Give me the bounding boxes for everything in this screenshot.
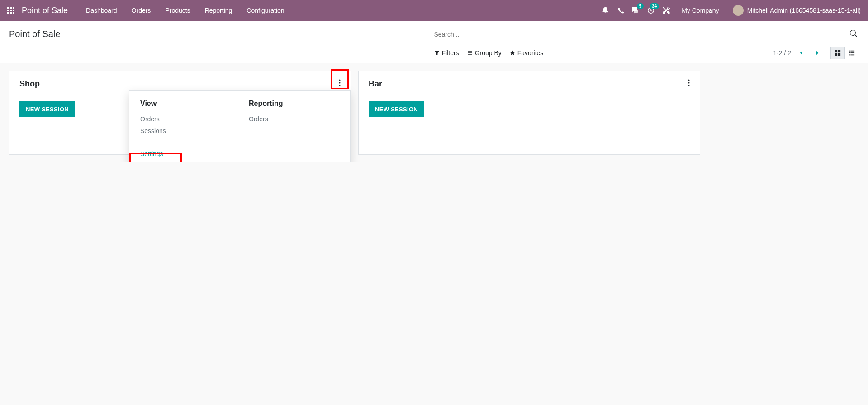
- favorites-label: Favorites: [517, 49, 544, 57]
- popover-reporting-col: Reporting Orders: [249, 100, 339, 137]
- svg-rect-18: [850, 55, 854, 56]
- control-panel: Point of Sale Filters Group By: [0, 21, 868, 63]
- pager-value[interactable]: 1-2 / 2: [773, 49, 791, 57]
- app-brand[interactable]: Point of Sale: [22, 6, 68, 15]
- company-name[interactable]: My Company: [682, 7, 719, 14]
- svg-point-24: [688, 85, 689, 86]
- main-navbar: Point of Sale Dashboard Orders Products …: [0, 0, 868, 21]
- kanban-view: Shop NEW SESSION View Orders Sessions Re…: [0, 63, 868, 162]
- svg-rect-12: [838, 53, 840, 56]
- groupby-label: Group By: [475, 49, 502, 57]
- popover-reporting-header: Reporting: [249, 100, 339, 108]
- popover-view-col: View Orders Sessions: [140, 100, 231, 137]
- nav-links: Dashboard Orders Products Reporting Conf…: [79, 7, 292, 14]
- card-menu-icon[interactable]: [684, 77, 693, 90]
- apps-icon[interactable]: [7, 7, 14, 14]
- list-view-button[interactable]: [844, 47, 859, 59]
- activities-icon[interactable]: 34: [647, 7, 655, 14]
- popover-view-header: View: [140, 100, 231, 108]
- svg-point-19: [339, 79, 340, 81]
- activities-badge: 34: [650, 3, 659, 9]
- search-input[interactable]: [434, 28, 849, 41]
- svg-rect-6: [7, 12, 9, 14]
- filters-button[interactable]: Filters: [434, 48, 459, 58]
- messaging-icon[interactable]: 5: [632, 7, 639, 14]
- svg-point-20: [339, 82, 340, 83]
- pager-next-icon[interactable]: [811, 48, 824, 58]
- svg-rect-3: [7, 10, 9, 11]
- svg-rect-0: [7, 7, 9, 9]
- popover-view-sessions[interactable]: Sessions: [140, 125, 231, 137]
- nav-reporting[interactable]: Reporting: [198, 7, 240, 14]
- svg-rect-1: [10, 7, 12, 9]
- pager: 1-2 / 2: [773, 48, 824, 58]
- card-popover: View Orders Sessions Reporting Orders Se…: [129, 90, 351, 162]
- svg-rect-15: [849, 52, 850, 53]
- popover-reporting-orders[interactable]: Orders: [249, 113, 339, 125]
- kanban-card-shop: Shop NEW SESSION View Orders Sessions Re…: [9, 71, 351, 155]
- pager-prev-icon[interactable]: [795, 48, 807, 58]
- nav-dashboard[interactable]: Dashboard: [79, 7, 124, 14]
- svg-rect-10: [838, 50, 840, 52]
- kanban-card-bar: Bar NEW SESSION: [358, 71, 700, 155]
- popover-settings[interactable]: Settings: [140, 150, 163, 157]
- svg-rect-2: [13, 7, 14, 9]
- card-title: Bar: [369, 79, 690, 89]
- page-title: Point of Sale: [9, 26, 434, 39]
- avatar: [733, 5, 744, 16]
- svg-point-21: [339, 85, 340, 86]
- svg-rect-17: [849, 55, 850, 56]
- nav-orders[interactable]: Orders: [124, 7, 158, 14]
- card-menu-icon[interactable]: [335, 77, 344, 90]
- svg-rect-8: [13, 12, 14, 14]
- svg-rect-14: [850, 51, 854, 52]
- phone-icon[interactable]: [617, 7, 624, 14]
- svg-rect-5: [13, 10, 14, 11]
- favorites-button[interactable]: Favorites: [510, 48, 544, 58]
- svg-rect-9: [835, 50, 837, 52]
- search-options: Filters Group By Favorites: [434, 48, 544, 58]
- systray: 5 34 My Company Mitchell Admin (16654581…: [602, 5, 861, 16]
- search-bar: [434, 26, 859, 43]
- tools-icon[interactable]: [663, 7, 670, 14]
- nav-configuration[interactable]: Configuration: [239, 7, 291, 14]
- user-name: Mitchell Admin (16654581-saas-15-1-all): [747, 7, 861, 14]
- messaging-badge: 5: [637, 3, 644, 9]
- svg-rect-11: [835, 53, 837, 56]
- view-switcher: [831, 47, 859, 59]
- filters-label: Filters: [442, 49, 459, 57]
- search-icon[interactable]: [848, 28, 859, 41]
- card-title: Shop: [19, 79, 341, 89]
- user-menu[interactable]: Mitchell Admin (16654581-saas-15-1-all): [733, 5, 861, 16]
- groupby-button[interactable]: Group By: [467, 48, 502, 58]
- debug-icon[interactable]: [602, 7, 609, 14]
- new-session-button[interactable]: NEW SESSION: [369, 101, 424, 117]
- nav-products[interactable]: Products: [158, 7, 197, 14]
- new-session-button[interactable]: NEW SESSION: [19, 101, 75, 117]
- svg-point-23: [688, 82, 689, 83]
- svg-point-22: [688, 79, 689, 81]
- svg-rect-13: [849, 51, 850, 52]
- svg-rect-16: [850, 52, 854, 53]
- svg-rect-4: [10, 10, 12, 11]
- svg-rect-7: [10, 12, 12, 14]
- kanban-view-button[interactable]: [830, 47, 845, 59]
- popover-view-orders[interactable]: Orders: [140, 113, 231, 125]
